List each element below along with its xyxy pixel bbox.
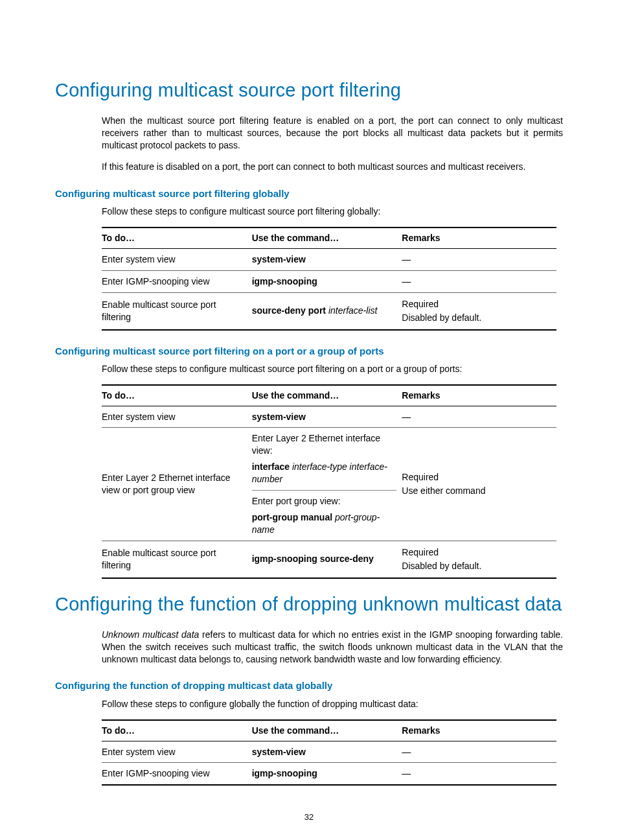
- paragraph: Follow these steps to configure globally…: [55, 698, 563, 710]
- cell-cmd: system-view: [252, 741, 402, 763]
- paragraph: Follow these steps to configure multicas…: [55, 363, 563, 375]
- table-header-row: To do… Use the command… Remarks: [102, 720, 556, 741]
- paragraph: If this feature is disabled on a port, t…: [55, 161, 563, 173]
- cell-todo: Enable multicast source port filtering: [102, 292, 252, 330]
- table-header-row: To do… Use the command… Remarks: [102, 385, 556, 406]
- table-row: Enter IGMP-snooping view igmp-snooping —: [102, 270, 556, 292]
- col-header: To do…: [102, 385, 252, 406]
- col-header: Use the command…: [252, 385, 402, 406]
- subheading-global-filtering: Configuring multicast source port filter…: [55, 187, 563, 200]
- cell-remarks: —: [402, 248, 556, 270]
- cell-remarks: —: [402, 741, 556, 763]
- paragraph: Unknown multicast data refers to multica…: [55, 629, 563, 666]
- heading-configuring-source-port-filtering: Configuring multicast source port filter…: [55, 78, 563, 103]
- col-header: Use the command…: [252, 720, 402, 741]
- cell-remarks: Required Use either command: [402, 428, 556, 541]
- table-row: Enter system view system-view —: [102, 248, 556, 270]
- table-port-filtering: To do… Use the command… Remarks Enter sy…: [102, 384, 556, 579]
- cell-todo: Enter system view: [102, 741, 252, 763]
- table-row: Enter IGMP-snooping view igmp-snooping —: [102, 763, 556, 785]
- cell-cmd: system-view: [252, 406, 402, 428]
- cell-remarks: Required Disabled by default.: [402, 541, 556, 578]
- cell-remarks: —: [402, 763, 556, 785]
- cell-cmd: igmp-snooping source-deny: [252, 541, 402, 578]
- table-global-filtering: To do… Use the command… Remarks Enter sy…: [102, 227, 556, 331]
- subheading-dropping-globally: Configuring the function of dropping mul…: [55, 679, 563, 692]
- subheading-port-filtering: Configuring multicast source port filter…: [55, 345, 563, 358]
- col-header: To do…: [102, 228, 252, 248]
- table-dropping-globally: To do… Use the command… Remarks Enter sy…: [102, 719, 556, 786]
- heading-dropping-unknown-multicast: Configuring the function of dropping unk…: [55, 592, 563, 617]
- col-header: To do…: [102, 720, 252, 741]
- cell-cmd: source-deny port interface-list: [252, 292, 402, 330]
- cell-cmd: Enter Layer 2 Ethernet interface view: i…: [252, 428, 402, 541]
- table-row: Enter system view system-view —: [102, 741, 556, 763]
- cell-remarks: —: [402, 270, 556, 292]
- cell-cmd: igmp-snooping: [252, 270, 402, 292]
- table-row: Enable multicast source port filtering s…: [102, 292, 556, 330]
- table-header-row: To do… Use the command… Remarks: [102, 228, 556, 248]
- table-row: Enter system view system-view —: [102, 406, 556, 428]
- cell-todo: Enter IGMP-snooping view: [102, 270, 252, 292]
- cell-todo: Enter system view: [102, 406, 252, 428]
- table-row: Enter Layer 2 Ethernet interface view or…: [102, 428, 556, 541]
- cell-todo: Enter Layer 2 Ethernet interface view or…: [102, 428, 252, 541]
- cell-remarks: —: [402, 406, 556, 428]
- page-number: 32: [55, 811, 563, 823]
- cell-todo: Enter system view: [102, 248, 252, 270]
- cell-todo: Enable multicast source port filtering: [102, 541, 252, 578]
- table-row: Enable multicast source port filtering i…: [102, 541, 556, 578]
- cell-remarks: Required Disabled by default.: [402, 292, 556, 330]
- paragraph: Follow these steps to configure multicas…: [55, 205, 563, 218]
- paragraph: When the multicast source port filtering…: [55, 115, 563, 152]
- cell-todo: Enter IGMP-snooping view: [102, 763, 252, 785]
- col-header: Remarks: [402, 720, 556, 741]
- cell-cmd: system-view: [252, 248, 402, 270]
- col-header: Remarks: [402, 228, 556, 248]
- col-header: Remarks: [402, 385, 556, 406]
- col-header: Use the command…: [252, 228, 402, 248]
- cell-cmd: igmp-snooping: [252, 763, 402, 785]
